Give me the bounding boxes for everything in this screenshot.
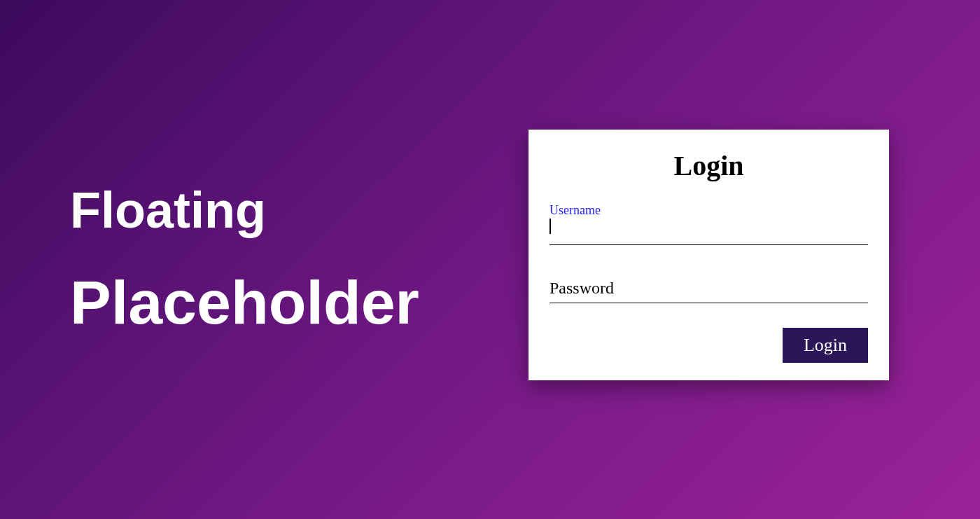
- login-card: Login Username Password Login: [528, 130, 889, 380]
- headline-text: Floating Placeholder: [0, 181, 419, 338]
- password-field-wrapper: Password: [550, 273, 868, 303]
- headline-line1: Floating: [70, 181, 419, 239]
- username-field-wrapper: Username: [550, 203, 868, 245]
- headline-line2: Placeholder: [70, 267, 419, 338]
- login-button[interactable]: Login: [783, 328, 868, 363]
- text-cursor: [550, 219, 551, 234]
- username-label: Username: [550, 203, 868, 218]
- password-input[interactable]: [550, 273, 868, 303]
- button-row: Login: [550, 328, 868, 363]
- username-input[interactable]: [550, 219, 868, 245]
- card-title: Login: [550, 149, 868, 182]
